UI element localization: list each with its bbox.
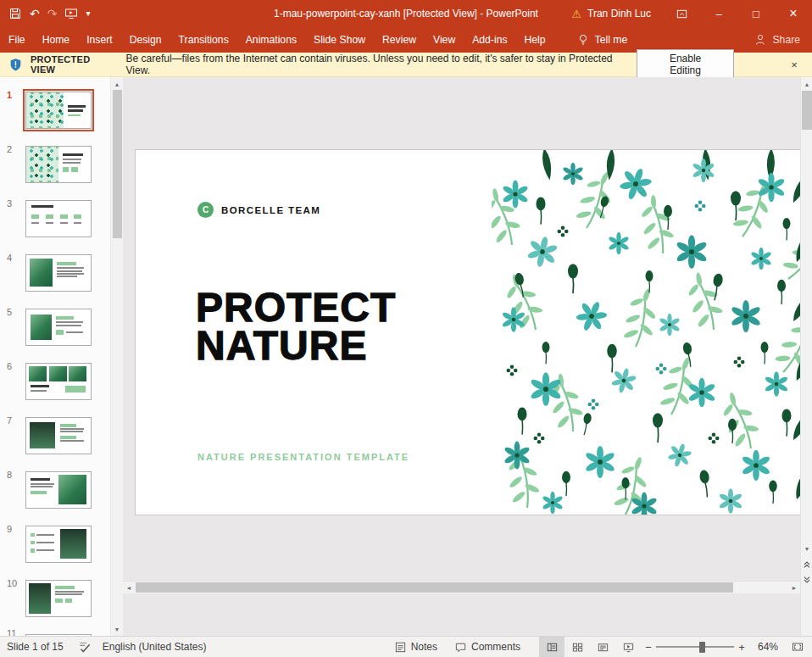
share-button[interactable]: Share (754, 33, 800, 47)
account-badge[interactable]: ⚠ Tran Dinh Luc (559, 8, 663, 19)
comments-button[interactable]: Comments (446, 637, 529, 657)
thumb-art (29, 583, 51, 614)
tab-help[interactable]: Help (516, 27, 554, 53)
slide-subtitle[interactable]: NATURE PRESENTATION TEMPLATE (197, 452, 409, 462)
slide-4-thumbnail[interactable] (25, 254, 92, 292)
scroll-right-icon[interactable]: ► (788, 582, 800, 593)
undo-icon[interactable]: ↶ (30, 8, 40, 19)
thumb-art (69, 366, 86, 381)
thumbnail-scrollbar-thumb[interactable] (113, 90, 122, 238)
slide-2-thumbnail[interactable] (25, 146, 92, 183)
thumb-art (63, 159, 82, 160)
maximize-button[interactable]: □ (737, 0, 775, 27)
slide-1-thumbnail[interactable] (25, 92, 92, 129)
ribbon-display-options-icon[interactable] (663, 0, 700, 27)
horizontal-scrollbar-thumb[interactable] (136, 582, 733, 593)
fit-slide-to-window-button[interactable] (785, 637, 810, 657)
redo-icon[interactable]: ↷ (47, 8, 58, 19)
vertical-scrollbar[interactable]: ▲ ▼ (800, 77, 812, 636)
slide-show-button[interactable] (615, 637, 641, 657)
zoom-slider[interactable] (656, 637, 734, 657)
thumb-art (56, 316, 74, 320)
notes-button[interactable]: Notes (386, 637, 446, 657)
zoom-out-button[interactable]: − (641, 641, 656, 654)
minimize-button[interactable]: – (700, 0, 737, 27)
slide-number: 10 (7, 578, 17, 588)
powerpoint-window: ↶ ↷ ▾ 1-mau-powerpoint-cay-xanh [Protect… (0, 0, 812, 657)
zoom-slider-thumb[interactable] (699, 642, 705, 653)
language-indicator[interactable]: English (United States) (103, 641, 207, 653)
slide-10-thumbnail[interactable] (25, 580, 92, 617)
slide-number: 3 (7, 198, 12, 209)
status-bar: Slide 1 of 15 English (United States) No… (0, 636, 812, 657)
tab-slide-show[interactable]: Slide Show (305, 27, 374, 53)
zoom-level[interactable]: 64% (749, 641, 785, 653)
lightbulb-icon (576, 33, 590, 47)
thumb-art (68, 105, 86, 108)
zoom-track (656, 646, 734, 648)
scroll-down-icon[interactable]: ▼ (801, 543, 812, 554)
tab-design[interactable]: Design (121, 27, 170, 53)
thumb-art (31, 548, 35, 553)
thumb-art (31, 491, 46, 494)
tab-animations[interactable]: Animations (237, 27, 305, 53)
slide-number: 11 (7, 628, 16, 636)
thumbnail-row: 11 (0, 628, 110, 636)
tab-transitions[interactable]: Transitions (170, 27, 237, 53)
comments-icon (454, 641, 467, 654)
normal-view-button[interactable] (539, 637, 565, 657)
slide-6-thumbnail[interactable] (25, 363, 92, 400)
scroll-down-icon[interactable]: ▼ (111, 623, 123, 635)
scroll-up-icon[interactable]: ▲ (111, 78, 123, 90)
slide-sorter-view-button[interactable] (565, 637, 590, 657)
thumb-art (31, 385, 50, 387)
protected-view-bar: PROTECTED VIEW Be careful—files from the… (0, 53, 812, 77)
thumb-art (31, 478, 50, 481)
tell-me-box[interactable]: Tell me (576, 33, 628, 47)
zoom-in-button[interactable]: + (734, 641, 749, 654)
slide-1-canvas[interactable]: C BORCELLE TEAM PROTECT NATURE NATURE PR… (136, 150, 800, 515)
slide-number: 5 (7, 307, 12, 317)
title-bar-right: ⚠ Tran Dinh Luc – □ × (559, 0, 812, 27)
scroll-up-icon[interactable]: ▲ (801, 78, 812, 90)
reading-view-button[interactable] (590, 637, 615, 657)
slide-7-thumbnail[interactable] (25, 417, 92, 454)
tab-home[interactable]: Home (34, 27, 79, 53)
slide-3-thumbnail[interactable] (25, 200, 92, 237)
slide-number: 1 (7, 90, 12, 100)
botanical-illustration (492, 150, 800, 515)
customize-quick-access-toolbar-icon[interactable]: ▾ (86, 9, 90, 18)
thumb-art (56, 321, 83, 323)
slide-8-thumbnail[interactable] (25, 471, 92, 509)
thumb-art (71, 167, 78, 172)
slide-title[interactable]: PROTECT NATURE (196, 289, 396, 365)
message-bar-close-icon[interactable]: × (787, 58, 802, 71)
next-slide-button[interactable] (801, 572, 812, 587)
slide-5-thumbnail[interactable] (25, 309, 92, 346)
tab-insert[interactable]: Insert (78, 27, 120, 53)
vertical-scrollbar-thumb[interactable] (802, 91, 812, 130)
thumb-art (29, 366, 47, 381)
previous-slide-button[interactable] (801, 557, 812, 571)
thumbnail-scrollbar[interactable]: ▲ ▼ (110, 77, 123, 636)
status-bar-right: Notes Comments − (386, 637, 812, 657)
comments-label: Comments (471, 641, 520, 653)
tell-me-label: Tell me (595, 34, 628, 46)
quick-access-toolbar: ↶ ↷ ▾ (0, 7, 99, 20)
notes-icon (394, 641, 407, 654)
slide-9-thumbnail[interactable] (25, 526, 92, 563)
horizontal-scrollbar[interactable]: ◄ ► (123, 581, 800, 593)
thumb-art (60, 214, 68, 219)
spell-check-icon[interactable] (77, 639, 92, 654)
start-from-beginning-icon[interactable] (64, 7, 78, 20)
tab-add-ins[interactable]: Add-ins (464, 27, 515, 53)
tab-review[interactable]: Review (374, 27, 425, 53)
close-button[interactable]: × (775, 0, 812, 27)
enable-editing-button[interactable]: Enable Editing (637, 49, 734, 80)
tab-file[interactable]: File (0, 27, 34, 53)
save-icon[interactable] (8, 7, 22, 20)
thumb-art (56, 330, 64, 335)
tab-view[interactable]: View (425, 27, 464, 53)
scroll-left-icon[interactable]: ◄ (123, 582, 135, 593)
slide-counter[interactable]: Slide 1 of 15 (7, 641, 64, 653)
